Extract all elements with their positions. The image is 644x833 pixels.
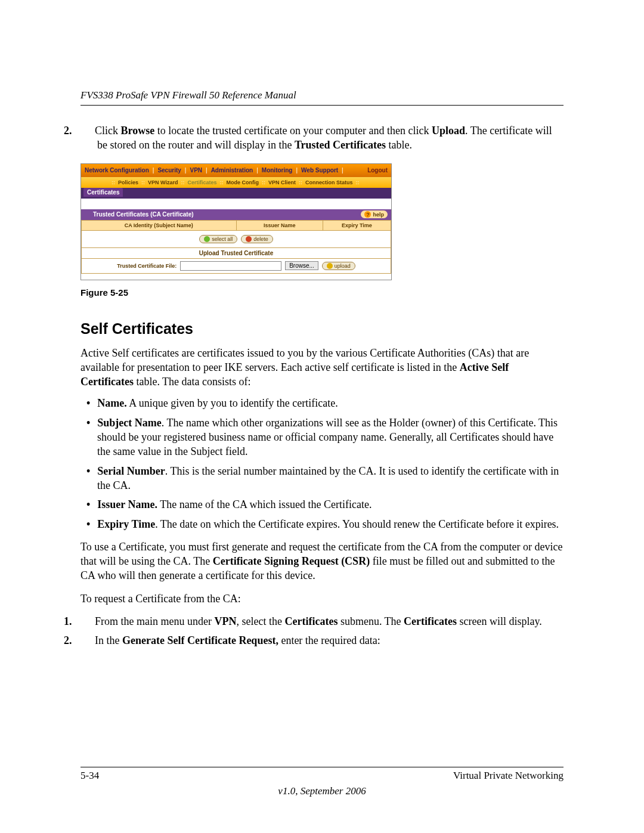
- step-2-text: 2.Click Browse to locate the trusted cer…: [97, 123, 564, 153]
- subnav-vpn-wizard[interactable]: VPN Wizard: [145, 179, 180, 185]
- bullet-expiry-time: Expiry Time. The date on which the Certi…: [80, 517, 564, 531]
- running-header: FVS338 ProSafe VPN Firewall 50 Reference…: [80, 89, 564, 106]
- delete-button[interactable]: delete: [241, 235, 273, 243]
- help-button[interactable]: help: [361, 210, 388, 218]
- para-request-intro: To request a Certificate from the CA:: [80, 592, 564, 606]
- figure-caption: Figure 5-25: [80, 287, 564, 298]
- subnav-vpn-client[interactable]: VPN Client: [266, 179, 298, 185]
- request-steps: 1.From the main menu under VPN, select t…: [80, 614, 564, 648]
- upload-button[interactable]: upload: [322, 262, 355, 270]
- bullet-name: Name. A unique given by you to identify …: [80, 396, 564, 410]
- col-expiry-time: Expiry Time: [323, 220, 391, 230]
- top-nav: Network Configuration| Security| VPN| Ad…: [81, 164, 391, 177]
- page-number: 5-34: [80, 770, 99, 782]
- subnav-policies[interactable]: Policies: [116, 179, 141, 185]
- file-label: Trusted Certificate File:: [117, 263, 177, 269]
- footer-version: v1.0, September 2006: [80, 785, 564, 797]
- col-ca-identity: CA Identity (Subject Name): [82, 220, 237, 230]
- upload-section-header: Upload Trusted Certificate: [81, 248, 391, 259]
- check-icon: [204, 236, 210, 242]
- table-action-row: select all delete: [82, 230, 391, 247]
- bullet-serial-number: Serial Number. This is the serial number…: [80, 464, 564, 493]
- panel-title: Trusted Certificates (CA Certificate): [93, 211, 194, 218]
- upload-icon: [327, 263, 333, 269]
- tab-certificates[interactable]: Certificates: [83, 188, 123, 197]
- subnav-mode-config[interactable]: Mode Config: [224, 179, 262, 185]
- page-footer: 5-34 Virtual Private Networking v1.0, Se…: [80, 767, 564, 797]
- nav-item-security[interactable]: Security: [154, 167, 184, 174]
- trusted-cert-table: CA Identity (Subject Name) Issuer Name E…: [81, 220, 391, 248]
- subnav-connection-status[interactable]: Connection Status: [303, 179, 355, 185]
- browse-button[interactable]: Browse...: [285, 261, 318, 270]
- header-rule: [80, 105, 564, 106]
- step-number: 2.: [80, 123, 95, 138]
- subnav-certificates[interactable]: Certificates: [185, 179, 219, 185]
- nav-item-web-support[interactable]: Web Support: [298, 167, 342, 174]
- file-path-input[interactable]: [180, 261, 281, 271]
- nav-item-administration[interactable]: Administration: [208, 167, 257, 174]
- delete-icon: [246, 236, 252, 242]
- footer-section-name: Virtual Private Networking: [453, 770, 564, 782]
- request-step-2: 2.In the Generate Self Certificate Reque…: [80, 633, 564, 648]
- field-description-list: Name. A unique given by you to identify …: [80, 396, 564, 531]
- bullet-issuer-name: Issuer Name. The name of the CA which is…: [80, 497, 564, 512]
- col-issuer-name: Issuer Name: [236, 220, 323, 230]
- panel-header-trusted-certs: Trusted Certificates (CA Certificate) he…: [81, 209, 391, 220]
- para-csr: To use a Certificate, you must first gen…: [80, 540, 564, 583]
- select-all-button[interactable]: select all: [199, 235, 237, 243]
- nav-item-logout[interactable]: Logout: [364, 167, 391, 174]
- nav-item-monitoring[interactable]: Monitoring: [258, 167, 296, 174]
- bullet-subject-name: Subject Name. The name which other organ…: [80, 416, 564, 459]
- manual-title: FVS338 ProSafe VPN Firewall 50 Reference…: [80, 89, 564, 101]
- nav-item-vpn[interactable]: VPN: [186, 167, 206, 174]
- section-heading-self-certificates: Self Certificates: [80, 320, 564, 337]
- para-active-self-certs: Active Self certificates are certificate…: [80, 346, 564, 389]
- panel-icon: [85, 212, 90, 217]
- footer-rule: [80, 767, 564, 767]
- tab-bar: Certificates: [81, 188, 391, 199]
- nav-item-network-config[interactable]: Network Configuration: [81, 167, 153, 174]
- sub-nav: :: Policies:: VPN Wizard:: Certificates:…: [81, 177, 391, 188]
- request-step-1: 1.From the main menu under VPN, select t…: [80, 614, 564, 628]
- upload-row: Trusted Certificate File: Browse... uplo…: [81, 259, 391, 274]
- screenshot-figure: Network Configuration| Security| VPN| Ad…: [80, 163, 392, 280]
